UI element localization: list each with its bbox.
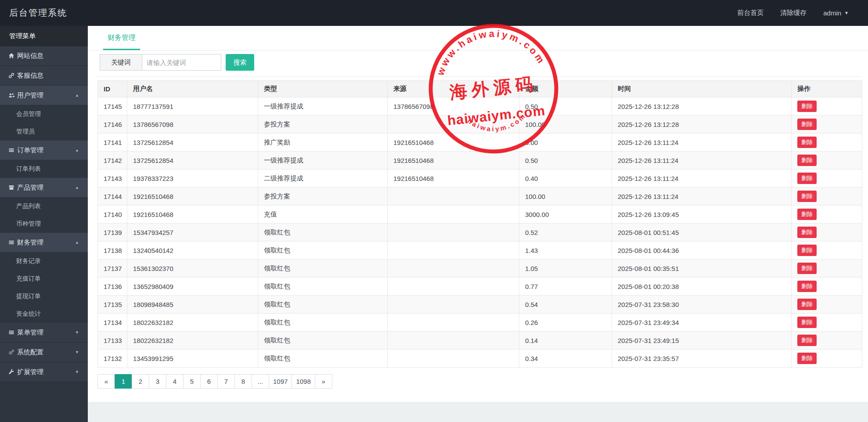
sidebar-item-system-config[interactable]: 系统配置▼ — [0, 343, 88, 362]
chevron-up-icon: ▲ — [75, 93, 79, 97]
table-cell: 17140 — [98, 206, 127, 224]
pagination-page-4[interactable]: 4 — [166, 374, 184, 389]
search-button[interactable]: 搜索 — [226, 54, 254, 71]
sidebar-subitem-withdraw-order[interactable]: 提现订单 — [0, 288, 88, 305]
sidebar-subitem-coin-manage[interactable]: 币种管理 — [0, 215, 88, 233]
wrench-icon — [8, 369, 14, 375]
table-cell-actions: 删除 — [792, 278, 862, 296]
delete-button[interactable]: 删除 — [797, 335, 817, 346]
delete-button[interactable]: 删除 — [797, 155, 817, 166]
pagination-page-2[interactable]: 2 — [132, 374, 149, 389]
table-cell: 19216510468 — [388, 151, 519, 170]
table-cell: 15361302370 — [127, 260, 258, 278]
sidebar-subitem-label: 资金统计 — [16, 310, 41, 318]
table-cell-actions: 删除 — [792, 97, 862, 115]
users-icon — [8, 92, 14, 98]
table-cell: 二级推荐提成 — [258, 170, 388, 188]
sidebar-item-label: 订单管理 — [17, 146, 43, 155]
table-cell: 0.14 — [519, 332, 612, 350]
sidebar-subitem-finance-record[interactable]: 财务记录 — [0, 252, 88, 270]
delete-button[interactable]: 删除 — [797, 317, 817, 328]
pagination-page-8[interactable]: 8 — [234, 374, 252, 389]
sidebar-item-menu-manage[interactable]: 菜单管理▼ — [0, 323, 88, 343]
table-cell — [388, 206, 519, 224]
table-cell: 17142 — [98, 151, 127, 170]
delete-button[interactable]: 删除 — [797, 353, 817, 364]
divider — [97, 76, 862, 77]
pagination-page-7[interactable]: 7 — [217, 374, 235, 389]
sidebar-subitem-label: 充值订单 — [16, 275, 41, 283]
table-row: 1713318022632182领取红包0.142025-07-31 23:49… — [98, 332, 862, 350]
table-row: 1713418022632182领取红包0.262025-07-31 23:49… — [98, 314, 862, 332]
table-cell: 领取红包 — [258, 314, 388, 332]
sidebar-item-service-info[interactable]: 客服信息 — [0, 66, 88, 86]
table-cell: 19216510468 — [127, 188, 258, 206]
column-header: 类型 — [258, 81, 388, 97]
sidebar-subitem-product-list[interactable]: 产品列表 — [0, 198, 88, 215]
table-cell: 领取红包 — [258, 332, 388, 350]
pagination-prev[interactable]: « — [97, 374, 115, 389]
delete-button[interactable]: 删除 — [797, 191, 817, 202]
frontend-home-link[interactable]: 前台首页 — [737, 9, 764, 17]
sidebar-item-user-manage[interactable]: 用户管理▲ — [0, 86, 88, 105]
table-cell — [388, 350, 519, 368]
pagination-page-1098[interactable]: 1098 — [292, 374, 315, 389]
sidebar-subitem-order-list[interactable]: 订单列表 — [0, 160, 88, 178]
pagination-next[interactable]: » — [315, 374, 332, 389]
sidebar-section-header: 管理菜单 — [0, 26, 88, 46]
sidebar-subitem-admin-manage[interactable]: 管理员 — [0, 123, 88, 141]
keyword-label: 关键词 — [100, 54, 142, 71]
pagination-page-5[interactable]: 5 — [183, 374, 201, 389]
sidebar-item-extend-manage[interactable]: 扩展管理▼ — [0, 362, 88, 382]
clear-cache-link[interactable]: 清除缓存 — [780, 9, 807, 17]
column-header: 操作 — [792, 81, 862, 97]
delete-button[interactable]: 删除 — [797, 137, 817, 148]
pagination-ellipsis[interactable]: ... — [252, 374, 269, 389]
table-cell: 0.26 — [519, 314, 612, 332]
table-row: 1714613786567098参投方案100.002025-12-26 13:… — [98, 115, 862, 133]
sidebar-item-order-manage[interactable]: 订单管理▲ — [0, 141, 88, 160]
table-cell: 100.00 — [519, 188, 612, 206]
pagination-page-3[interactable]: 3 — [149, 374, 166, 389]
delete-button[interactable]: 删除 — [797, 299, 817, 310]
table-cell: 0.40 — [519, 170, 612, 188]
chevron-up-icon: ▲ — [75, 240, 79, 245]
sidebar-item-label: 菜单管理 — [17, 328, 43, 337]
pagination-page-6[interactable]: 6 — [200, 374, 218, 389]
table-cell: 0.52 — [519, 224, 612, 242]
sidebar-item-product-manage[interactable]: 产品管理▲ — [0, 178, 88, 198]
sidebar-item-site-info[interactable]: 网站信息 — [0, 46, 88, 66]
table-cell: 17144 — [98, 188, 127, 206]
sidebar-subitem-fund-stats[interactable]: 资金统计 — [0, 305, 88, 323]
pagination-page-1097[interactable]: 1097 — [269, 374, 292, 389]
delete-button[interactable]: 删除 — [797, 263, 817, 274]
table-header-row: ID用户名类型来源金额时间操作 — [98, 81, 862, 97]
delete-button[interactable]: 删除 — [797, 101, 817, 112]
table-cell: 参投方案 — [258, 115, 388, 133]
delete-button[interactable]: 删除 — [797, 245, 817, 256]
table-cell: 18022632182 — [127, 314, 258, 332]
pagination-page-1[interactable]: 1 — [115, 374, 132, 389]
delete-button[interactable]: 删除 — [797, 227, 817, 238]
delete-button[interactable]: 删除 — [797, 173, 817, 184]
sidebar-subitem-member-manage[interactable]: 会员管理 — [0, 105, 88, 123]
delete-button[interactable]: 删除 — [797, 119, 817, 130]
list-icon — [8, 239, 14, 245]
delete-button[interactable]: 删除 — [797, 209, 817, 220]
tab-finance[interactable]: 财务管理 — [103, 26, 140, 50]
keyword-input[interactable] — [142, 54, 221, 71]
table-cell: 100.00 — [519, 115, 612, 133]
table-cell: 2025-08-01 00:35:51 — [612, 260, 792, 278]
user-menu[interactable]: admin ▼ — [823, 9, 849, 17]
table-cell: 领取红包 — [258, 224, 388, 242]
sidebar: 管理菜单 网站信息客服信息用户管理▲会员管理管理员订单管理▲订单列表产品管理▲产… — [0, 26, 88, 422]
table-cell: 17133 — [98, 332, 127, 350]
table-cell: 17143 — [98, 170, 127, 188]
sidebar-item-finance-manage[interactable]: 财务管理▲ — [0, 233, 88, 252]
table-cell: 5.00 — [519, 133, 612, 151]
table-cell: 17134 — [98, 314, 127, 332]
table-cell — [388, 242, 519, 260]
delete-button[interactable]: 删除 — [797, 281, 817, 292]
sidebar-item-label: 网站信息 — [17, 52, 43, 60]
sidebar-subitem-recharge-order[interactable]: 充值订单 — [0, 270, 88, 288]
